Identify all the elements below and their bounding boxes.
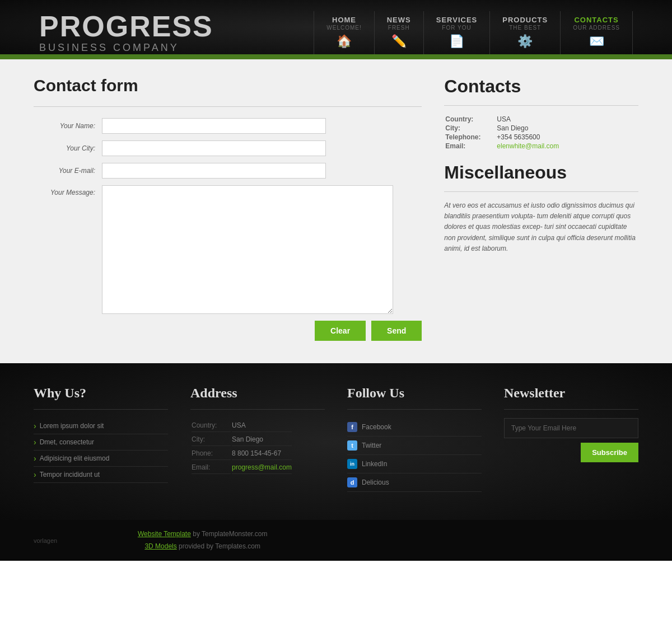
country-value: USA (497, 115, 559, 123)
logo: PROGRESS BUSINESS COMPANY (39, 12, 213, 54)
name-input[interactable] (102, 118, 326, 134)
country-value: USA (232, 419, 292, 432)
footer-divider (34, 409, 168, 410)
footer-bottom: vorlagen Website Template by TemplateMon… (0, 520, 672, 561)
footer-bottom-center: Website Template by TemplateMonster.com … (57, 528, 348, 552)
footer-follow-us: Follow Us f Facebook t Twitter in Linked… (347, 386, 482, 492)
footer-address: Address Country: USA City: San Diego Pho… (190, 386, 325, 492)
email-label: Email: (192, 461, 231, 474)
logo-sub: BUSINESS COMPANY (39, 42, 213, 54)
email-link[interactable]: progress@mail.com (232, 463, 292, 471)
misc-divider (444, 191, 638, 192)
linkedin-icon: in (347, 459, 357, 469)
send-button[interactable]: Send (371, 321, 422, 341)
footer: Why Us? Lorem ipsum dolor sit Dmet, cons… (0, 363, 672, 520)
name-row: Your Name: (34, 118, 422, 134)
nav-products[interactable]: PRODUCTS THE BEST ⚙️ (490, 11, 561, 54)
facebook-icon: f (347, 422, 357, 432)
clear-button[interactable]: Clear (315, 321, 366, 341)
main-content: Contact form Your Name: Your City: Your … (0, 59, 672, 363)
city-value: San Diego (497, 124, 559, 132)
message-row: Your Message: (34, 185, 422, 314)
email-label: Email: (445, 142, 496, 150)
city-input[interactable] (102, 140, 326, 156)
table-row: Phone: 8 800 154-45-67 (192, 447, 292, 460)
delicious-item[interactable]: d Delicious (347, 473, 482, 492)
form-divider (34, 106, 422, 107)
address-table: Country: USA City: San Diego Phone: 8 80… (190, 418, 293, 475)
newsletter-input[interactable] (504, 418, 638, 438)
contact-form-title: Contact form (34, 76, 422, 95)
tel-label: Telephone: (445, 133, 496, 141)
newsletter-title: Newsletter (504, 386, 638, 401)
city-label: Your City: (34, 144, 95, 152)
follow-us-title: Follow Us (347, 386, 482, 401)
email-row: Your E-mail: (34, 163, 422, 179)
table-row: City: San Diego (192, 433, 292, 446)
models-link[interactable]: 3D Models (144, 542, 176, 550)
nav-services[interactable]: SERVICES FOR YOU 📄 (424, 11, 491, 54)
footer-divider (190, 409, 325, 410)
list-item: Lorem ipsum dolor sit (34, 418, 168, 434)
main-nav: HOME WELCOME! 🏠 NEWS FRESH ✏️ SERVICES F… (314, 11, 633, 54)
tel-value: +354 5635600 (497, 133, 559, 141)
misc-text: At vero eos et accusamus et iusto odio d… (444, 200, 638, 254)
list-item: Tempor incididunt ut (34, 467, 168, 483)
linkedin-item[interactable]: in LinkedIn (347, 455, 482, 473)
subscribe-button[interactable]: Subscribe (581, 443, 638, 462)
phone-label: Phone: (192, 447, 231, 460)
nav-contacts[interactable]: CONTACTS OUR ADDRESS ✉️ (561, 11, 633, 54)
facebook-label: Facebook (362, 423, 391, 431)
news-icon: ✏️ (391, 34, 407, 54)
table-row: Telephone: +354 5635600 (445, 133, 559, 141)
country-label: Country: (445, 115, 496, 123)
linkedin-label: LinkedIn (362, 460, 387, 468)
table-row: Email: progress@mail.com (192, 461, 292, 474)
why-us-list: Lorem ipsum dolor sit Dmet, consectetur … (34, 418, 168, 483)
table-row: City: San Diego (445, 124, 559, 132)
vorlagen-text: vorlagen (34, 537, 57, 544)
address-title: Address (190, 386, 325, 401)
provided-text: provided by Templates.com (179, 542, 260, 550)
header: PROGRESS BUSINESS COMPANY HOME WELCOME! … (0, 0, 672, 57)
table-row: Email: elenwhite@mail.com (445, 142, 559, 150)
twitter-icon: t (347, 440, 357, 451)
contact-form-section: Contact form Your Name: Your City: Your … (34, 76, 422, 341)
name-label: Your Name: (34, 122, 95, 130)
email-input[interactable] (102, 163, 326, 179)
message-textarea[interactable] (102, 185, 393, 314)
contacts-icon: ✉️ (589, 34, 604, 54)
city-row: Your City: (34, 140, 422, 156)
misc-title: Miscellaneous (444, 162, 638, 183)
form-buttons: Clear Send (34, 321, 422, 341)
email-label: Your E-mail: (34, 167, 95, 175)
footer-divider (504, 409, 638, 410)
phone-value: 8 800 154-45-67 (232, 447, 292, 460)
contact-info-table: Country: USA City: San Diego Telephone: … (444, 114, 560, 151)
nav-news[interactable]: NEWS FRESH ✏️ (375, 11, 424, 54)
nav-home[interactable]: HOME WELCOME! 🏠 (314, 11, 374, 54)
message-label: Your Message: (34, 189, 95, 196)
footer-newsletter: Newsletter Subscribe (504, 386, 638, 492)
city-label: City: (192, 433, 231, 446)
list-item: Dmet, consectetur (34, 434, 168, 451)
email-link[interactable]: elenwhite@mail.com (497, 142, 559, 150)
home-icon: 🏠 (337, 34, 352, 54)
city-label: City: (445, 124, 496, 132)
table-row: Country: USA (445, 115, 559, 123)
twitter-item[interactable]: t Twitter (347, 437, 482, 455)
why-us-title: Why Us? (34, 386, 168, 401)
contacts-sidebar: Contacts Country: USA City: San Diego Te… (444, 76, 638, 341)
list-item: Adipisicing elit eiusmod (34, 451, 168, 467)
footer-grid: Why Us? Lorem ipsum dolor sit Dmet, cons… (34, 386, 638, 492)
country-label: Country: (192, 419, 231, 432)
delicious-icon: d (347, 477, 357, 487)
sidebar-divider (444, 105, 638, 106)
facebook-item[interactable]: f Facebook (347, 418, 482, 437)
twitter-label: Twitter (362, 442, 381, 449)
by-text: by TemplateMonster.com (193, 530, 267, 538)
footer-divider (347, 409, 482, 410)
products-icon: ⚙️ (517, 34, 533, 54)
website-template-link[interactable]: Website Template (138, 530, 191, 538)
table-row: Country: USA (192, 419, 292, 432)
